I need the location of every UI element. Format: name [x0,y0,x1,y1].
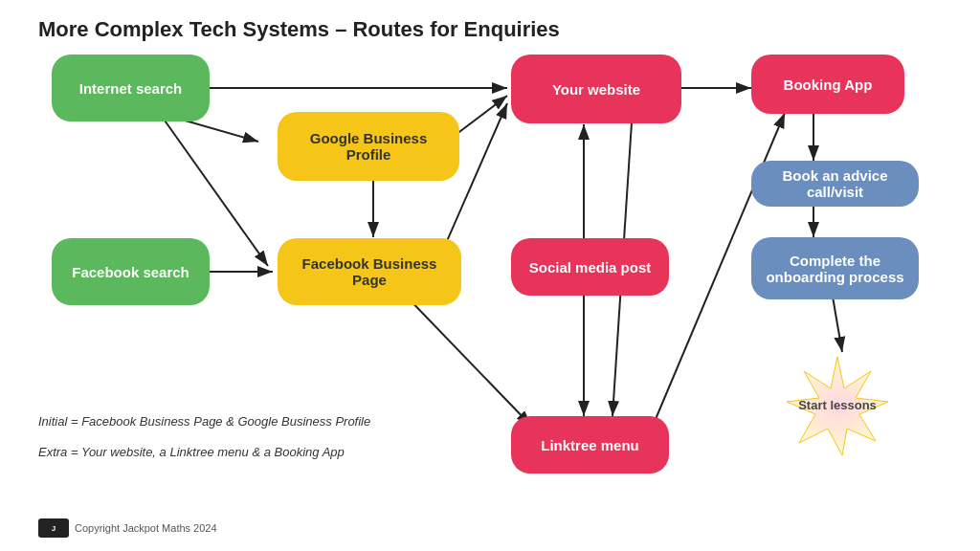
google-business-node: Google Business Profile [278,112,459,181]
advice-call-node: Book an advice call/visit [751,161,919,207]
footer-line2: Extra = Your website, a Linktree menu & … [38,440,370,465]
starburst-icon: Start lessons [785,352,890,457]
internet-search-node: Internet search [52,55,210,121]
booking-app-node: Booking App [751,55,904,114]
onboarding-node: Complete the onboarding process [751,237,919,299]
linktree-node: Linktree menu [511,416,669,474]
svg-line-16 [833,297,842,352]
footer-line1: Initial = Facebook Business Page & Googl… [38,409,370,434]
footer-text: Initial = Facebook Business Page & Googl… [38,409,370,465]
social-media-node: Social media post [511,238,669,296]
copyright-bar: J Copyright Jackpot Maths 2024 [38,518,217,538]
page-title: More Complex Tech Systems – Routes for E… [38,17,560,42]
svg-line-8 [402,292,531,426]
logo-icon: J [38,518,69,538]
facebook-business-node: Facebook Business Page [278,238,461,305]
your-website-node: Your website [511,55,681,123]
start-lessons-container: Start lessons [785,352,890,461]
copyright-text: Copyright Jackpot Maths 2024 [75,522,217,534]
facebook-search-node: Facebook search [52,238,210,305]
svg-text:Start lessons: Start lessons [798,398,877,412]
